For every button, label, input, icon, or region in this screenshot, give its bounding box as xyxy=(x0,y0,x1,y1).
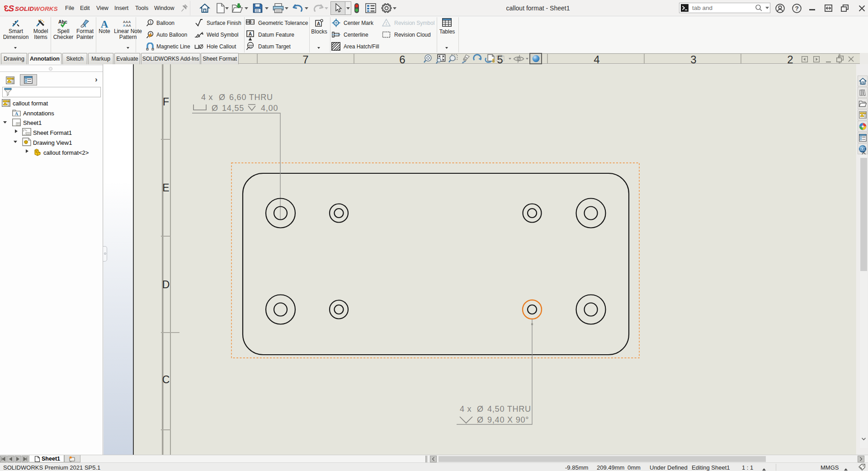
svg-text:Ø: Ø xyxy=(477,415,484,424)
svg-text:F: F xyxy=(163,96,169,108)
svg-text:6,60 THRU: 6,60 THRU xyxy=(229,93,273,102)
svg-text:C: C xyxy=(162,374,170,385)
svg-text:4,00: 4,00 xyxy=(261,104,278,113)
svg-text:Ø: Ø xyxy=(477,404,484,414)
svg-text:E: E xyxy=(162,182,169,194)
svg-text:A: A xyxy=(317,21,320,26)
svg-text:A1: A1 xyxy=(249,46,252,49)
svg-text:?: ? xyxy=(795,5,798,12)
svg-text:1: 1 xyxy=(150,20,152,24)
svg-text:Abc: Abc xyxy=(58,19,67,24)
svg-text:14,55: 14,55 xyxy=(222,104,244,113)
svg-text:4,50 THRU: 4,50 THRU xyxy=(487,404,531,414)
svg-text:A: A xyxy=(83,23,86,28)
svg-text:A: A xyxy=(101,19,108,29)
svg-text:D: D xyxy=(162,279,170,290)
svg-text:4 x: 4 x xyxy=(460,404,472,414)
svg-text:AA: AA xyxy=(126,24,132,27)
svg-text:9,40 X 90°: 9,40 X 90° xyxy=(487,415,529,424)
svg-text:4 x: 4 x xyxy=(201,93,213,102)
svg-text:Ø: Ø xyxy=(212,104,218,113)
svg-text:0.3: 0.3 xyxy=(250,20,255,24)
svg-text:A: A xyxy=(123,24,126,27)
svg-text:Ø: Ø xyxy=(219,93,226,102)
svg-text:A: A xyxy=(249,31,252,37)
svg-text:1: 1 xyxy=(385,21,387,26)
svg-text:A: A xyxy=(15,111,19,116)
